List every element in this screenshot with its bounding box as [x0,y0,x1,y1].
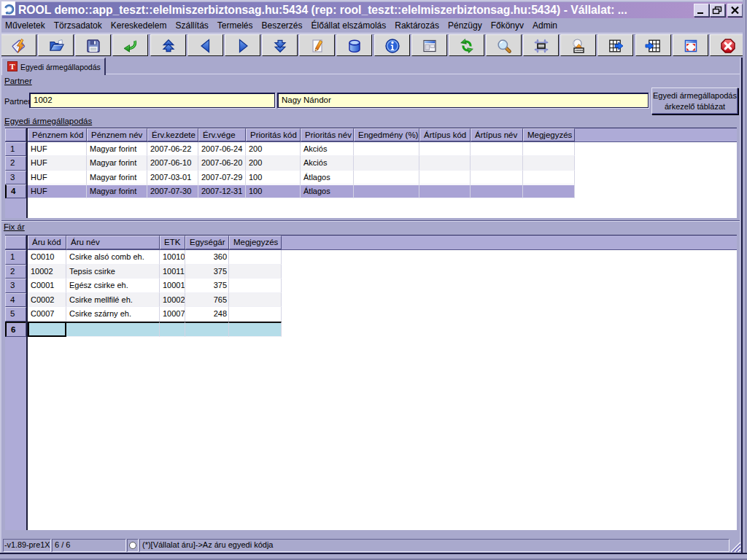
column-header[interactable]: Ártípus kód [419,128,471,141]
column-header[interactable]: Prioritás név [301,128,354,141]
grid-cell[interactable]: Magyar forint [87,184,147,198]
grid-cell[interactable] [354,171,419,184]
run-button[interactable] [1,34,36,56]
grid-cell[interactable] [229,279,282,293]
grid-cell[interactable]: HUF [28,142,87,156]
grid-cell[interactable]: Magyar forint [87,142,147,156]
print-button[interactable] [560,34,596,56]
row-number[interactable]: 3 [5,171,26,184]
grid-cell[interactable]: 10001 [160,279,185,293]
grid-cell[interactable]: C0002 [28,293,66,308]
menu-p-nz-gy[interactable]: Pénzügy [444,18,487,33]
menu-kereskedelem[interactable]: Kereskedelem [107,18,171,33]
grid-cell[interactable]: Tepsis csirke [66,265,160,279]
grid-cell[interactable]: 2007-06-24 [198,142,246,156]
grid-cell[interactable] [354,142,419,156]
grid-cell[interactable]: C0001 [28,279,66,293]
grid-cell[interactable]: 2007-03-01 [147,171,198,184]
grid-cell[interactable]: Csirke mellfilé eh. [66,293,160,308]
minimize-button[interactable] [694,4,709,17]
export-button[interactable] [597,34,633,56]
database-button[interactable] [336,34,372,56]
grid-cell[interactable]: 2007-07-29 [198,171,246,184]
first-button[interactable] [150,34,186,56]
row-number[interactable]: 1 [5,142,26,156]
menu--l-llat-elsz-mol-s[interactable]: Élőállat elszámolás [307,18,391,33]
grid-cell[interactable] [471,156,523,170]
tab-egyedi-armegallapodas[interactable]: T Egyedi ármegállapodás [1,58,106,75]
grid-cell[interactable]: 2007-06-20 [198,156,246,170]
menu-m-veletek[interactable]: Műveletek [1,18,50,33]
grid-cell[interactable]: 248 [185,307,229,322]
edit-button[interactable] [299,34,335,56]
menu-beszerz-s[interactable]: Beszerzés [258,18,307,33]
grid-cell[interactable]: C0010 [28,250,66,265]
info-button[interactable] [374,34,410,56]
grid-cell[interactable] [354,156,419,170]
row-number[interactable]: 5 [5,307,26,322]
grid-cell[interactable] [354,184,419,198]
grid-cell[interactable] [229,293,282,308]
grid-cell[interactable] [28,322,66,337]
grid-cell[interactable] [160,322,185,337]
column-header[interactable]: Engedmény (%) [354,128,419,141]
grid-cell[interactable]: 10002 [160,293,185,308]
menu-admin[interactable]: Admin [528,18,562,33]
row-number[interactable]: 4 [5,293,26,308]
grid-cell[interactable]: 10007 [160,307,185,322]
grid-cell[interactable]: Csirke szárny eh. [66,307,160,322]
grid-cell[interactable]: Átlagos [301,184,354,198]
grid-cell[interactable]: 100 [246,184,301,198]
grid-cell[interactable]: 360 [185,250,229,265]
price-table-button[interactable]: Egyedi ármegállapodás árkezelő táblázat [651,88,738,114]
menu-t-rzsadatok[interactable]: Törzsadatok [50,18,107,33]
column-header[interactable]: Ártípus név [471,128,523,141]
refresh-button[interactable] [449,34,484,56]
save-button[interactable] [75,34,111,56]
grid-cell[interactable] [523,156,575,170]
grid-cell[interactable]: 10011 [160,265,185,279]
grid-cell[interactable] [471,184,523,198]
grid-cell[interactable] [471,142,523,156]
column-header[interactable]: Egységár [185,236,229,249]
restore-button[interactable] [710,4,725,17]
menu-rakt-roz-s[interactable]: Raktározás [390,18,444,33]
grid-cell[interactable] [523,142,575,156]
close-button[interactable] [727,4,743,17]
grid-cell[interactable] [229,250,282,265]
grid-cell[interactable] [523,171,575,184]
grid-cell[interactable]: 2007-06-22 [147,142,198,156]
grid-cell[interactable]: HUF [28,156,87,170]
grid-cell[interactable] [419,142,471,156]
column-header[interactable]: Érv.vége [198,128,246,141]
row-number[interactable]: 2 [5,156,26,170]
grid-cell[interactable] [229,322,282,337]
grid-cell[interactable]: 10002 [28,265,66,279]
column-header[interactable]: Áru név [66,236,160,249]
grid-cell[interactable]: 200 [246,156,301,170]
grid-cell[interactable] [229,265,282,279]
exit-button[interactable] [710,34,746,56]
menu-termel-s[interactable]: Termelés [213,18,258,33]
form-button[interactable] [411,34,447,56]
grid-cell[interactable]: 2007-12-31 [198,184,246,198]
grid-cell[interactable]: Egész csirke eh. [66,279,160,293]
grid-cell[interactable]: Akciós [301,142,354,156]
grid-cell[interactable] [523,184,575,198]
prev-button[interactable] [187,34,223,56]
grid-cell[interactable]: 2007-07-30 [147,184,198,198]
last-button[interactable] [262,34,298,56]
column-header[interactable]: Megjegyzés [523,128,575,141]
undo-button[interactable] [112,34,148,56]
column-header[interactable]: Érv.kezdete [147,128,198,141]
grid-cell[interactable]: Akciós [301,156,354,170]
row-number[interactable]: 1 [5,250,26,265]
column-header[interactable]: Prioritás kód [246,128,301,141]
column-header[interactable]: Pénznem név [87,128,147,141]
grid-cell[interactable]: 2007-06-10 [147,156,198,170]
grid-cell[interactable]: 200 [246,142,301,156]
column-header[interactable]: Megjegyzés [229,236,282,249]
import-button[interactable] [635,34,671,56]
grid-cell[interactable] [471,171,523,184]
fit-button[interactable] [523,34,559,56]
